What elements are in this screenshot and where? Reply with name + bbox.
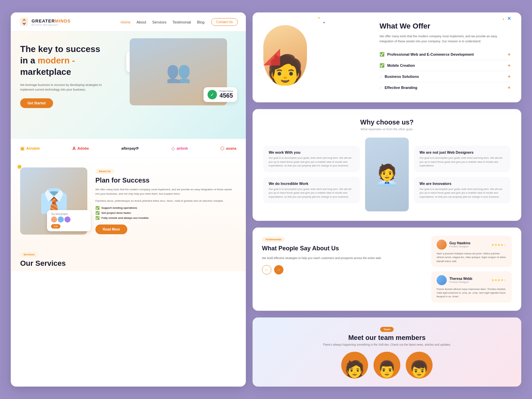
brand-airtable: ▣ Airtable — [20, 146, 40, 151]
logo-greater: GREATER — [32, 18, 55, 23]
offer-item-left-2: ✅ Mobile Creation — [380, 63, 415, 68]
navbar: GREATERMINDS Business Management Home Ab… — [11, 12, 246, 32]
project-info: Project Done 4565 — [220, 90, 233, 99]
people-icon: 👥 — [166, 60, 191, 84]
nav-home[interactable]: Home — [121, 20, 130, 24]
team-header: Team Meet our team members There's alway… — [262, 326, 512, 346]
offer-plus-3[interactable]: + — [508, 74, 511, 79]
offer-check-icon-2: ✅ — [380, 63, 385, 68]
adobe-logo: Adobe — [78, 146, 89, 150]
team-title: Meet our team members — [262, 334, 512, 342]
why-grid: We work With you Our goal is to accompli… — [263, 138, 511, 211]
get-started-button[interactable]: Get Started — [20, 98, 53, 108]
asana-logo: asana — [226, 146, 236, 150]
nav-testimonial[interactable]: Testimonial — [172, 20, 191, 24]
brand-afterpay: afterpay⟳ — [121, 146, 139, 151]
about-features: ✅Support existing operations ✅Get projec… — [95, 206, 236, 220]
reviewer-avatar-1 — [437, 240, 447, 250]
project-label: Project Done — [220, 90, 233, 92]
offer-check-icon-4: ○ — [380, 85, 382, 90]
about-content: About Us Plan for Success We offer many … — [95, 167, 236, 235]
deco-x-mark: ✕ — [507, 16, 511, 21]
reviewer-role-1: Product Designer — [449, 245, 471, 248]
review-header-2: Theresa Webb Product Designer ★★★★☆ — [437, 275, 506, 285]
reviewer-name-2: Theresa Webb — [449, 277, 472, 281]
services-tag: Services — [20, 252, 38, 257]
nav-blog[interactable]: Blog — [197, 20, 205, 24]
reviewer-avatar-2 — [437, 275, 447, 285]
why-card-desc-2: Our goal is to accomplish your goals, bo… — [419, 156, 505, 167]
brand-airbnb: ◇ airbnb — [171, 146, 188, 151]
edit-small-button[interactable]: Edit — [51, 224, 60, 229]
why-title: Why choose us? — [263, 118, 511, 126]
why-card-title-4: We are Innovators — [419, 182, 505, 186]
offer-plus-2[interactable]: + — [508, 63, 511, 68]
offer-item-left-3: ○ Business Solutions — [380, 74, 419, 79]
review-stars-2: ★★★★☆ — [491, 278, 506, 282]
hero-content: The key to success in a modern - marketp… — [20, 44, 114, 108]
why-subtitle: What separates us from the other guys. — [263, 128, 511, 131]
offer-container: 🧑 What We Offer We offer many tools that… — [263, 22, 511, 93]
brands-section: ▣ Airtable A Adobe afterpay⟳ ◇ airbnb ⬡ … — [11, 139, 246, 158]
contact-button[interactable]: Contact Us — [211, 18, 238, 26]
offer-item-4: ○ Effective Branding + — [380, 82, 511, 93]
offer-check-icon-3: ○ — [380, 74, 382, 79]
check-icon-1: ✅ — [95, 206, 99, 210]
center-person-icon: 🧑‍💼 — [374, 163, 400, 187]
offer-item-label-2: Mobile Creation — [387, 63, 415, 67]
review-text-2: Fuisce laoreet ultrices turps maecenas d… — [437, 287, 506, 299]
deco-dot-yellow: ● — [318, 16, 320, 19]
offer-item-label-4: Effective Branding — [385, 86, 417, 90]
why-card-4: We are Innovators Our goal is to accompl… — [414, 177, 511, 203]
nav-services[interactable]: Services — [152, 20, 166, 24]
review-header-1: Guy Hawkins Product Designer ★★★★☆ — [437, 240, 506, 250]
about-card-label: Our best project — [51, 213, 87, 215]
offer-item-left-1: ✅ Professional Web and E-Commerce Develo… — [380, 52, 474, 57]
team-subtitle: There's always happening something in th… — [262, 343, 512, 346]
offer-item-left-4: ○ Effective Branding — [380, 85, 417, 90]
member-avatar-2: 👨 — [373, 352, 400, 379]
hero-title: The key to success in a modern - marketp… — [20, 44, 114, 78]
afterpay-logo: afterpay⟳ — [121, 146, 139, 151]
testimonials-right: Guy Hawkins Product Designer ★★★★☆ Nam a… — [431, 236, 512, 303]
member-avatar-3: 👦 — [406, 352, 433, 379]
nav-about[interactable]: About — [137, 20, 146, 24]
testimonials-title: What People Say About Us — [262, 245, 423, 252]
team-member-2: 👨 — [373, 352, 400, 379]
card-avatar-3 — [64, 216, 71, 222]
testimonials-tag: Testimonials — [262, 237, 285, 242]
logo-minds: MINDS — [55, 18, 71, 23]
check-icon: ✓ — [208, 90, 217, 99]
offer-item-2: ✅ Mobile Creation + — [380, 60, 511, 71]
why-cards-left: We work With you Our goal is to accompli… — [263, 146, 360, 203]
services-title: Our Services — [20, 259, 236, 268]
about-card-avatars — [51, 216, 87, 222]
about-section: 👔 Our best project Edit About Us — [11, 158, 246, 244]
logo-subtitle: Business Management — [32, 24, 71, 26]
reviewer-info-1: Guy Hawkins Product Designer — [449, 241, 471, 248]
offer-right: What We Offer We offer many tools that t… — [380, 22, 511, 93]
offer-item-1: ✅ Professional Web and E-Commerce Develo… — [380, 49, 511, 60]
about-image-area: 👔 Our best project Edit — [20, 167, 87, 235]
next-arrow-button[interactable]: → — [274, 265, 283, 275]
testimonials-section: Testimonials What People Say About Us We… — [253, 228, 521, 311]
logo-text: GREATERMINDS Business Management — [32, 18, 71, 26]
hero-image-area: 45k+ Happy Customers 👥 ✓ — [130, 38, 240, 105]
team-member-1: 🧑 — [341, 352, 368, 379]
offer-items-list: ✅ Professional Web and E-Commerce Develo… — [380, 49, 511, 93]
team-section: Team Meet our team members There's alway… — [253, 317, 521, 387]
left-panel: GREATERMINDS Business Management Home Ab… — [11, 12, 246, 386]
logo-icon — [19, 16, 30, 27]
offer-plus-1[interactable]: + — [508, 52, 511, 57]
why-header: Why choose us? What separates us from th… — [263, 118, 511, 131]
services-section: Services Our Services — [11, 244, 246, 271]
reviewer-info-2: Theresa Webb Product Designer — [449, 277, 472, 284]
read-more-button[interactable]: Read More — [95, 225, 127, 234]
why-choose-section: Why choose us? What separates us from th… — [253, 109, 521, 221]
member-figure-1: 🧑 — [345, 360, 365, 379]
nav-links: Home About Services Testimonial Blog — [121, 19, 204, 25]
check-icon-3: ✅ — [95, 216, 99, 220]
offer-plus-4[interactable]: + — [508, 85, 511, 90]
review-card-2: Theresa Webb Product Designer ★★★★☆ Fuis… — [431, 271, 512, 303]
prev-arrow-button[interactable]: ← — [262, 265, 271, 275]
